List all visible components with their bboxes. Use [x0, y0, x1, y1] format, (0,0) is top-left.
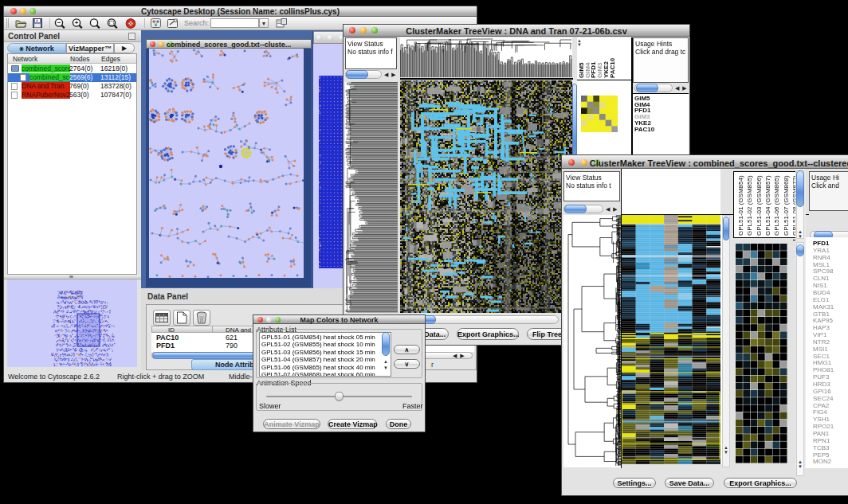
svg-text:+: + — [75, 19, 79, 26]
svg-text:−: − — [57, 19, 61, 26]
svg-text:⬚: ⬚ — [108, 19, 114, 26]
